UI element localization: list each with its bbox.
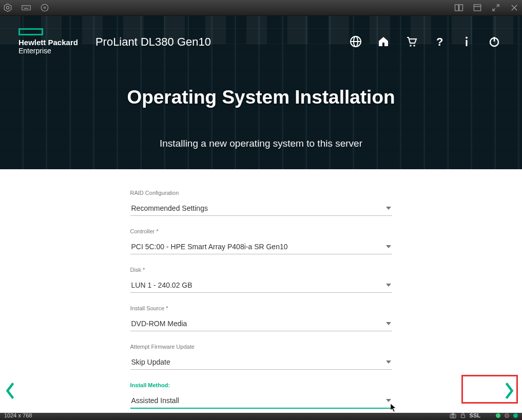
disc-icon[interactable] bbox=[39, 2, 50, 13]
label-raid: RAID Configuration bbox=[130, 190, 392, 196]
svg-marker-0 bbox=[4, 4, 11, 12]
svg-point-1 bbox=[6, 6, 9, 9]
svg-rect-24 bbox=[466, 40, 468, 46]
label-disk: Disk * bbox=[130, 267, 392, 273]
form-area: RAID Configuration Recommended Settings … bbox=[0, 169, 522, 413]
value-controller: PCI 5C:00 - HPE Smart Array P408i-a SR G… bbox=[131, 243, 288, 251]
field-raid: RAID Configuration Recommended Settings bbox=[130, 190, 392, 216]
select-install-method[interactable]: Assisted Install bbox=[130, 393, 392, 409]
camera-icon[interactable] bbox=[450, 413, 456, 418]
field-firmware: Attempt Firmware Update Skip Update bbox=[130, 344, 392, 370]
label-install-method: Install Method: bbox=[130, 382, 392, 388]
status-dot-power-icon bbox=[513, 413, 518, 418]
select-raid[interactable]: Recommended Settings bbox=[130, 201, 392, 216]
field-disk: Disk * LUN 1 - 240.02 GB bbox=[130, 267, 392, 293]
svg-rect-10 bbox=[455, 5, 459, 11]
svg-point-21 bbox=[410, 45, 411, 46]
svg-text:?: ? bbox=[436, 35, 443, 48]
help-icon[interactable]: ? bbox=[433, 35, 445, 48]
cart-icon[interactable] bbox=[405, 35, 417, 48]
chevron-down-icon bbox=[386, 245, 391, 248]
chevron-down-icon bbox=[386, 322, 391, 325]
select-disk[interactable]: LUN 1 - 240.02 GB bbox=[130, 278, 392, 293]
label-firmware: Attempt Firmware Update bbox=[130, 344, 392, 350]
value-disk: LUN 1 - 240.02 GB bbox=[131, 281, 192, 289]
banner: Hewlett Packard Enterprise ProLiant DL38… bbox=[0, 16, 522, 169]
resolution-readout: 1024 x 768 bbox=[4, 412, 32, 418]
power-icon[interactable] bbox=[488, 35, 500, 48]
brand-line1: Hewlett Packard bbox=[18, 38, 78, 47]
svg-point-25 bbox=[466, 37, 468, 39]
svg-point-9 bbox=[44, 7, 46, 9]
settings-hex-icon[interactable] bbox=[2, 2, 13, 13]
single-window-icon[interactable] bbox=[472, 2, 483, 13]
select-firmware[interactable]: Skip Update bbox=[130, 355, 392, 370]
svg-point-22 bbox=[413, 45, 415, 46]
value-firmware: Skip Update bbox=[131, 358, 170, 366]
banner-header: Hewlett Packard Enterprise ProLiant DL38… bbox=[0, 16, 522, 58]
chevron-down-icon bbox=[386, 399, 391, 402]
page-subtitle: Installing a new operating system to thi… bbox=[0, 138, 522, 149]
status-dot-connected-icon bbox=[496, 413, 500, 418]
label-install-source: Install Source * bbox=[130, 305, 392, 311]
product-name: ProLiant DL380 Gen10 bbox=[95, 35, 211, 49]
lock-icon bbox=[460, 412, 466, 418]
field-controller: Controller * PCI 5C:00 - HPE Smart Array… bbox=[130, 228, 392, 254]
ssl-label: SSL bbox=[470, 412, 480, 418]
status-dot-idle-icon bbox=[505, 413, 509, 418]
multi-window-icon[interactable] bbox=[453, 2, 465, 13]
svg-line-14 bbox=[493, 9, 495, 11]
value-raid: Recommended Settings bbox=[131, 204, 208, 212]
label-controller: Controller * bbox=[130, 228, 392, 234]
field-install-source: Install Source * DVD-ROM Media bbox=[130, 305, 392, 331]
language-icon[interactable] bbox=[350, 35, 362, 48]
hpe-logo-icon bbox=[18, 28, 43, 35]
chevron-down-icon bbox=[386, 207, 391, 210]
fullscreen-icon[interactable] bbox=[490, 2, 501, 13]
keyboard-icon[interactable] bbox=[21, 2, 32, 13]
svg-line-15 bbox=[497, 5, 499, 7]
next-button[interactable] bbox=[501, 378, 517, 404]
svg-rect-12 bbox=[474, 5, 481, 11]
svg-rect-32 bbox=[461, 415, 465, 418]
brand-line2: Enterprise bbox=[18, 47, 78, 55]
close-icon[interactable] bbox=[509, 2, 520, 13]
home-icon[interactable] bbox=[377, 35, 390, 48]
svg-point-8 bbox=[41, 4, 48, 11]
select-controller[interactable]: PCI 5C:00 - HPE Smart Array P408i-a SR G… bbox=[130, 239, 392, 254]
select-install-source[interactable]: DVD-ROM Media bbox=[130, 316, 392, 331]
header-icons: ? bbox=[350, 35, 500, 48]
viewer-top-bar bbox=[0, 0, 522, 16]
value-install-source: DVD-ROM Media bbox=[131, 319, 187, 328]
page-title: Operating System Installation bbox=[0, 87, 522, 108]
value-install-method: Assisted Install bbox=[131, 396, 179, 405]
info-icon[interactable] bbox=[460, 35, 473, 48]
brand-block: Hewlett Packard Enterprise ProLiant DL38… bbox=[18, 28, 211, 55]
svg-rect-2 bbox=[22, 6, 31, 10]
chevron-down-icon bbox=[386, 284, 391, 287]
field-install-method: Install Method: Assisted Install bbox=[130, 382, 392, 409]
svg-point-30 bbox=[452, 414, 454, 416]
svg-rect-11 bbox=[459, 5, 463, 11]
back-button[interactable] bbox=[3, 378, 18, 404]
chevron-down-icon bbox=[386, 361, 391, 364]
app-content: Hewlett Packard Enterprise ProLiant DL38… bbox=[0, 16, 522, 410]
